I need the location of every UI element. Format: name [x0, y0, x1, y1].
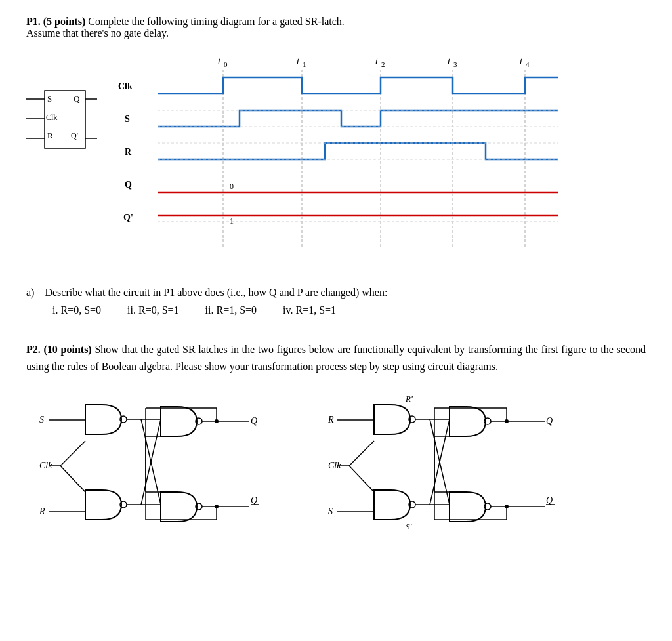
circuit-fig2-svg: R Clk S R' S' — [328, 388, 604, 546]
svg-text:S: S — [125, 114, 130, 124]
svg-text:3: 3 — [453, 60, 457, 68]
svg-text:S': S' — [406, 522, 412, 531]
svg-line-75 — [349, 466, 374, 492]
circuit-fig2: R Clk S R' S' — [328, 388, 604, 546]
part-a-item-4: iv. R=1, S=1 — [283, 301, 336, 319]
svg-text:1: 1 — [230, 217, 234, 226]
p2-header: P2. (10 points) Show that the gated SR l… — [26, 341, 646, 375]
svg-text:R': R' — [405, 394, 413, 403]
svg-line-44 — [60, 466, 85, 492]
p2-bold: P2. (10 points) — [26, 344, 92, 355]
p1-header: P1. (5 points) Complete the following ti… — [26, 16, 646, 39]
svg-text:Q: Q — [546, 416, 553, 426]
svg-text:t: t — [520, 56, 523, 66]
part-a-item-2: ii. R=0, S=1 — [127, 301, 179, 319]
part-a-item-1: i. R=0, S=0 — [52, 301, 101, 319]
svg-text:Q': Q' — [71, 131, 78, 140]
svg-line-74 — [349, 441, 374, 466]
svg-text:0: 0 — [224, 60, 228, 68]
svg-text:t: t — [218, 56, 221, 66]
p1-bold: P1. (5 points) — [26, 16, 85, 27]
svg-text:Clk: Clk — [118, 81, 133, 91]
svg-text:Q: Q — [546, 495, 553, 505]
latch-symbol: S Clk R Q Q' — [26, 87, 92, 153]
p1-assumption: Assume that there's no gate delay. — [26, 28, 646, 39]
svg-text:Q: Q — [251, 416, 257, 426]
circuits-row: S Clk R — [39, 388, 646, 546]
svg-text:S: S — [47, 94, 52, 104]
svg-text:S: S — [328, 507, 333, 516]
svg-text:2: 2 — [381, 60, 385, 68]
timing-diagram: t 0 t 1 t 2 t 3 t 4 Clk S R Q Q' — [118, 51, 564, 268]
circuit-fig1: S Clk R — [39, 388, 289, 533]
p1-title: P1. (5 points) Complete the following ti… — [26, 16, 646, 28]
svg-text:Q: Q — [125, 180, 132, 190]
p2-desc: Show that the gated SR latches in the tw… — [26, 344, 646, 372]
svg-text:Q: Q — [251, 495, 257, 505]
timing-section: S Clk R Q Q' t 0 t 1 t 2 t — [26, 51, 646, 268]
part-a-item-3: ii. R=1, S=0 — [205, 301, 257, 319]
svg-text:1: 1 — [303, 60, 306, 68]
part-a-question: a) Describe what the circuit in P1 above… — [26, 283, 646, 301]
svg-text:4: 4 — [526, 60, 530, 68]
circuit-fig1-svg: S Clk R — [39, 388, 289, 533]
part-a-description: Describe what the circuit in P1 above do… — [45, 287, 387, 298]
svg-line-43 — [60, 441, 85, 466]
timing-svg: t 0 t 1 t 2 t 3 t 4 Clk S R Q Q' — [118, 51, 564, 268]
svg-text:R: R — [125, 147, 132, 157]
svg-text:Clk: Clk — [46, 113, 57, 122]
part-a-items: i. R=0, S=0 ii. R=0, S=1 ii. R=1, S=0 iv… — [52, 301, 646, 319]
p2-text: P2. (10 points) Show that the gated SR l… — [26, 341, 646, 375]
svg-text:t: t — [448, 56, 451, 66]
svg-text:t: t — [297, 56, 300, 66]
svg-text:R: R — [47, 131, 53, 140]
svg-text:R: R — [328, 415, 334, 424]
svg-text:Q: Q — [74, 94, 80, 104]
part-a: a) Describe what the circuit in P1 above… — [26, 283, 646, 319]
part-a-label: a) — [26, 287, 34, 298]
p1-desc: Complete the following timing diagram fo… — [88, 16, 345, 27]
svg-text:S: S — [39, 415, 44, 424]
svg-text:0: 0 — [230, 182, 234, 191]
svg-text:t: t — [375, 56, 379, 66]
svg-text:Q': Q' — [123, 213, 133, 222]
svg-text:R: R — [39, 507, 45, 516]
